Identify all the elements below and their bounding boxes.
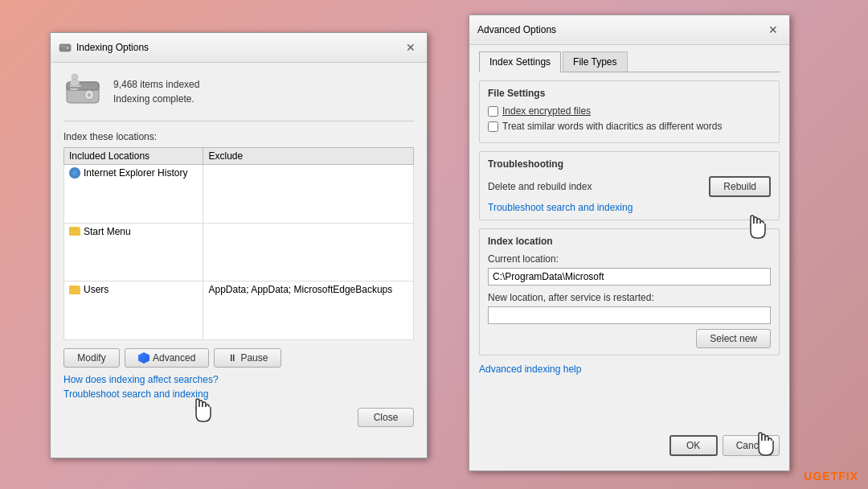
troubleshoot-search-link[interactable]: Troubleshoot search and indexing <box>488 202 771 213</box>
diacritics-label: Treat similar words with diacritics as d… <box>502 121 722 132</box>
table-row[interactable]: Internet Explorer History <box>64 165 414 224</box>
included-header: Included Locations <box>64 148 203 165</box>
new-location-label: New location, after service is restarted… <box>488 292 771 303</box>
troubleshoot-link-indexing[interactable]: Troubleshoot search and indexing <box>63 388 414 400</box>
advanced-indexing-help-link[interactable]: Advanced indexing help <box>479 364 780 375</box>
tab-file-types-label: File Types <box>573 56 616 68</box>
watermark-prefix: UG <box>804 470 822 483</box>
advanced-title-text: Advanced Options <box>477 24 556 35</box>
troubleshoot-row: Delete and rebuild index Rebuild <box>488 176 771 197</box>
indexing-title-text: Indexing Options <box>76 42 149 53</box>
svg-point-10 <box>70 80 80 86</box>
troubleshooting-title: Troubleshooting <box>488 158 771 170</box>
watermark-accent: ET <box>822 470 838 483</box>
svg-point-1 <box>67 47 69 49</box>
current-location-label: Current location: <box>488 253 771 265</box>
folder-icon <box>69 227 80 236</box>
globe-icon <box>69 167 80 179</box>
table-row[interactable]: Users AppData; AppData; MicrosoftEdgeBac… <box>64 281 414 340</box>
location-start: Start Menu <box>84 226 131 237</box>
stats-row: 9,468 items indexed Indexing complete. <box>63 72 414 121</box>
index-location-title: Index location <box>488 236 771 247</box>
ok-button[interactable]: OK <box>669 435 718 456</box>
location-name: Start Menu <box>64 223 203 281</box>
advanced-options-dialog: Advanced Options ✕ Index Settings File T… <box>469 14 790 471</box>
advanced-btn-inner: Advanced <box>138 352 195 364</box>
index-encrypted-label: Index encrypted files <box>502 105 591 117</box>
checkbox-row-encrypted: Index encrypted files <box>488 105 771 117</box>
checkbox-row-diacritics: Treat similar words with diacritics as d… <box>488 121 771 132</box>
advanced-button[interactable]: Advanced <box>125 348 209 368</box>
indexing-buttons: Modify Advanced ⏸ Pause <box>63 348 414 368</box>
shield-icon <box>138 352 149 364</box>
location-users: Users <box>84 284 108 295</box>
locations-table: Included Locations Exclude Internet Expl… <box>63 147 414 340</box>
watermark-suffix: FIX <box>838 470 858 483</box>
svg-rect-2 <box>60 46 65 47</box>
how-does-link[interactable]: How does indexing affect searches? <box>63 374 414 385</box>
index-encrypted-checkbox[interactable] <box>488 106 498 117</box>
tab-index-settings[interactable]: Index Settings <box>479 51 561 72</box>
pause-icon: ⏸ <box>227 352 237 364</box>
bottom-buttons: OK Cancel <box>660 429 789 462</box>
location-name: Internet Explorer History <box>64 165 203 224</box>
pause-btn-inner: ⏸ Pause <box>227 352 268 364</box>
current-location-input[interactable]: C:\ProgramData\Microsoft <box>488 268 771 286</box>
select-new-row: Select new <box>488 329 771 348</box>
locations-label: Index these locations: <box>63 131 414 142</box>
tab-index-settings-label: Index Settings <box>489 56 551 68</box>
location-name: Users <box>64 281 203 340</box>
exclude-header: Exclude <box>203 148 414 165</box>
advanced-title-left: Advanced Options <box>477 24 556 35</box>
watermark: UGETFIX <box>804 470 858 483</box>
index-status: Indexing complete. <box>113 93 199 105</box>
advanced-close-button[interactable]: ✕ <box>765 22 781 38</box>
indexing-content: 9,468 items indexed Indexing complete. I… <box>51 63 427 437</box>
exclude-value <box>203 223 414 281</box>
folder-icon <box>69 286 80 294</box>
advanced-title-bar[interactable]: Advanced Options ✕ <box>469 15 789 45</box>
delete-rebuild-label: Delete and rebuild index <box>488 181 592 192</box>
troubleshooting-section: Troubleshooting Delete and rebuild index… <box>479 151 780 220</box>
indexing-title-bar[interactable]: Indexing Options ✕ <box>51 33 427 63</box>
file-settings-section: File Settings Index encrypted files Trea… <box>479 80 780 143</box>
index-location-section: Index location Current location: C:\Prog… <box>479 228 780 355</box>
cancel-button[interactable]: Cancel <box>723 435 780 456</box>
hdd-icon <box>63 72 102 111</box>
modify-button[interactable]: Modify <box>63 348 120 368</box>
table-row[interactable]: Start Menu <box>64 223 414 281</box>
tab-file-types[interactable]: File Types <box>563 51 627 72</box>
location-ie: Internet Explorer History <box>84 167 187 179</box>
indexing-close-button[interactable]: ✕ <box>403 39 419 55</box>
file-settings-title: File Settings <box>488 88 771 99</box>
exclude-value <box>203 165 414 224</box>
links-section: How does indexing affect searches? Troub… <box>63 374 414 400</box>
svg-rect-8 <box>70 88 78 90</box>
items-count: 9,468 items indexed <box>113 79 199 90</box>
indexing-title-icon <box>59 41 72 54</box>
tab-bar: Index Settings File Types <box>479 51 780 72</box>
close-button-indexing[interactable]: Close <box>358 408 414 427</box>
indexing-options-dialog: Indexing Options ✕ 9,468 items indexed I… <box>50 32 428 458</box>
pause-button[interactable]: ⏸ Pause <box>214 348 281 368</box>
diacritics-checkbox[interactable] <box>488 121 498 132</box>
svg-rect-0 <box>59 44 71 51</box>
advanced-btn-label: Advanced <box>153 352 195 364</box>
exclude-value: AppData; AppData; MicrosoftEdgeBackups <box>203 281 414 340</box>
title-bar-left: Indexing Options <box>59 41 149 54</box>
pause-label: Pause <box>240 352 268 364</box>
rebuild-button[interactable]: Rebuild <box>709 176 771 197</box>
select-new-button[interactable]: Select new <box>696 329 771 348</box>
svg-point-6 <box>88 93 91 97</box>
stats-text: 9,468 items indexed Indexing complete. <box>113 79 199 105</box>
new-location-input[interactable] <box>488 306 771 324</box>
